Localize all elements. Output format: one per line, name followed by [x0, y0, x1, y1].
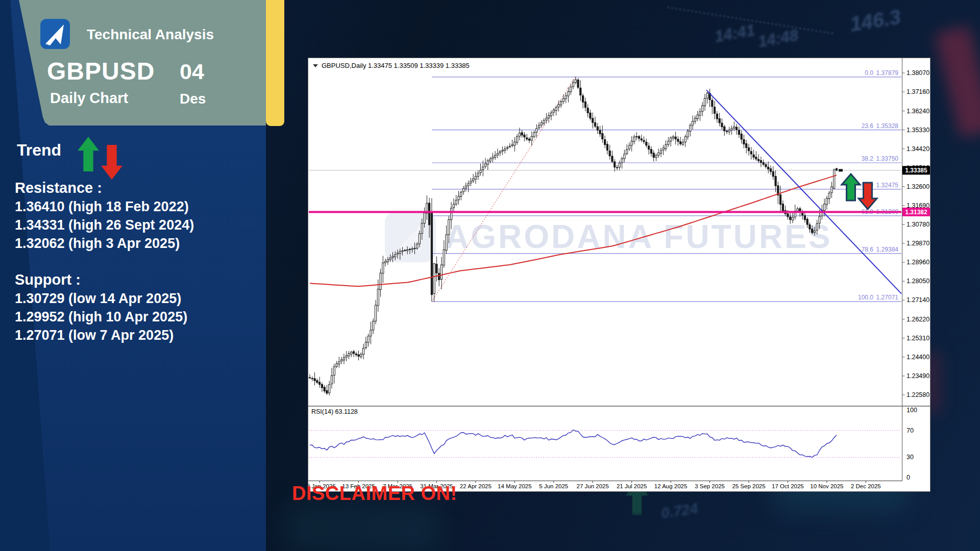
magenta-price-badge: 1.31382: [902, 208, 930, 216]
background-red-blob: [935, 26, 980, 138]
svg-text:78.6: 78.6: [862, 246, 874, 253]
brand-arrow-icon: [40, 19, 70, 49]
ghost-quote-text: 146.3: [848, 5, 902, 36]
svg-text:1.27140: 1.27140: [906, 296, 929, 304]
resistance-item: 1.32062 (high 3 Apr 2025): [15, 236, 180, 252]
svg-text:27 Jun 2025: 27 Jun 2025: [577, 483, 609, 489]
resistance-item: 1.34331 (high 26 Sept 2024): [15, 217, 194, 233]
svg-text:22 Apr 2025: 22 Apr 2025: [460, 483, 492, 489]
support-title: Support :: [15, 271, 81, 288]
svg-text:3 Sep 2025: 3 Sep 2025: [695, 483, 725, 489]
trend-label: Trend: [17, 141, 61, 160]
support-item: 1.30729 (low 14 Apr 2025): [15, 291, 181, 307]
chart-up-arrow-icon: [842, 174, 860, 201]
info-panel: Technical Analysis GBPUSD Daily Chart 04…: [0, 0, 266, 551]
svg-text:1.33750: 1.33750: [876, 155, 899, 162]
svg-text:1.38070: 1.38070: [906, 69, 929, 77]
background-teal-glow: [286, 505, 439, 551]
date-month: Des: [180, 91, 206, 107]
support-item: 1.29952 (high 10 Apr 2025): [15, 309, 187, 325]
svg-text:21 Jul 2025: 21 Jul 2025: [617, 483, 647, 489]
svg-text:1.24400: 1.24400: [906, 354, 929, 361]
svg-text:70: 70: [906, 427, 914, 434]
chart-svg[interactable]: AGRODANA FUTURES0.01.3787923.61.3532838.…: [308, 58, 930, 491]
svg-text:30: 30: [906, 454, 914, 461]
svg-text:0: 0: [906, 474, 910, 481]
rsi-pane: RSI(14) 63.112810070300: [309, 407, 917, 481]
yellow-accent-bar: [266, 0, 284, 126]
svg-text:0.0: 0.0: [865, 69, 873, 77]
svg-text:1.29870: 1.29870: [906, 240, 929, 247]
svg-text:1.27071: 1.27071: [876, 294, 899, 301]
timeframe-label: Daily Chart: [50, 90, 128, 107]
svg-text:38.2: 38.2: [862, 155, 874, 162]
trend-arrows-on-chart: [842, 174, 877, 209]
svg-text:AGRODANA FUTURES: AGRODANA FUTURES: [445, 218, 832, 255]
svg-text:25 Sep 2025: 25 Sep 2025: [732, 483, 765, 489]
brand-logo: [40, 19, 70, 49]
fibonacci-levels: 0.01.3787923.61.3532838.21.3375050.01.32…: [432, 69, 901, 302]
svg-text:1.26220: 1.26220: [906, 316, 929, 323]
svg-text:1.25310: 1.25310: [906, 335, 929, 342]
svg-text:1.29384: 1.29384: [876, 246, 899, 253]
rsi-line: [310, 430, 837, 458]
svg-text:14 May 2025: 14 May 2025: [498, 483, 532, 489]
svg-text:5 Jun 2025: 5 Jun 2025: [539, 483, 568, 489]
date-day: 04: [180, 59, 204, 84]
svg-text:23.6: 23.6: [862, 122, 874, 130]
svg-text:12 Aug 2025: 12 Aug 2025: [654, 483, 688, 489]
dropdown-icon: [313, 64, 318, 67]
support-item: 1.27071 (low 7 Apr 2025): [15, 328, 174, 343]
svg-text:1.32475: 1.32475: [876, 182, 899, 189]
price-axis: 1.380701.371601.362401.353301.344201.335…: [902, 69, 930, 398]
ghost-time-text: 14:41: [713, 21, 756, 46]
last-close-marker: [839, 169, 843, 171]
svg-text:100: 100: [906, 407, 917, 414]
svg-text:2 Dec 2025: 2 Dec 2025: [851, 483, 881, 489]
ghost-time-text: 14:48: [756, 26, 799, 51]
svg-text:1.36240: 1.36240: [906, 108, 929, 115]
svg-text:1.28960: 1.28960: [906, 259, 929, 266]
svg-text:1.30780: 1.30780: [906, 221, 929, 228]
svg-text:1.22580: 1.22580: [906, 391, 929, 398]
brand-title: Technical Analysis: [87, 27, 214, 43]
svg-text:1.33385: 1.33385: [905, 167, 927, 174]
trend-up-icon: [78, 137, 99, 171]
resistance-title: Resistance :: [15, 180, 102, 196]
svg-text:1.23490: 1.23490: [906, 372, 929, 380]
symbol-title: GBPUSD: [47, 57, 155, 85]
chart-panel[interactable]: AGRODANA FUTURES0.01.3787923.61.3532838.…: [308, 58, 930, 492]
disclaimer-text: DISCLAIMER ON!: [292, 483, 457, 505]
resistance-item: 1.36410 (high 18 Feb 2022): [15, 199, 189, 215]
svg-text:1.34420: 1.34420: [906, 145, 929, 153]
trend-down-icon: [101, 145, 122, 180]
svg-text:1.35330: 1.35330: [906, 127, 929, 134]
svg-text:1.37879: 1.37879: [876, 69, 899, 77]
svg-text:10 Nov 2025: 10 Nov 2025: [810, 483, 843, 489]
svg-text:1.37160: 1.37160: [906, 88, 929, 95]
chart-title[interactable]: GBPUSD,Daily 1.33475 1.33509 1.33339 1.3…: [313, 62, 470, 69]
rsi-label: RSI(14) 63.1128: [311, 408, 358, 415]
svg-text:1.31382: 1.31382: [905, 209, 927, 216]
ghost-quote-text: 0.724: [660, 500, 699, 522]
svg-text:17 Oct 2025: 17 Oct 2025: [772, 483, 804, 489]
svg-text:1.28050: 1.28050: [906, 278, 929, 285]
svg-text:GBPUSD,Daily 1.33475 1.33509: GBPUSD,Daily 1.33475 1.33509 1.33339 1.3…: [322, 62, 470, 69]
svg-text:100.0: 100.0: [858, 294, 873, 301]
svg-text:1.35328: 1.35328: [876, 122, 899, 130]
svg-text:1.32600: 1.32600: [906, 183, 929, 190]
current-price-badge: 1.33385: [902, 166, 930, 174]
